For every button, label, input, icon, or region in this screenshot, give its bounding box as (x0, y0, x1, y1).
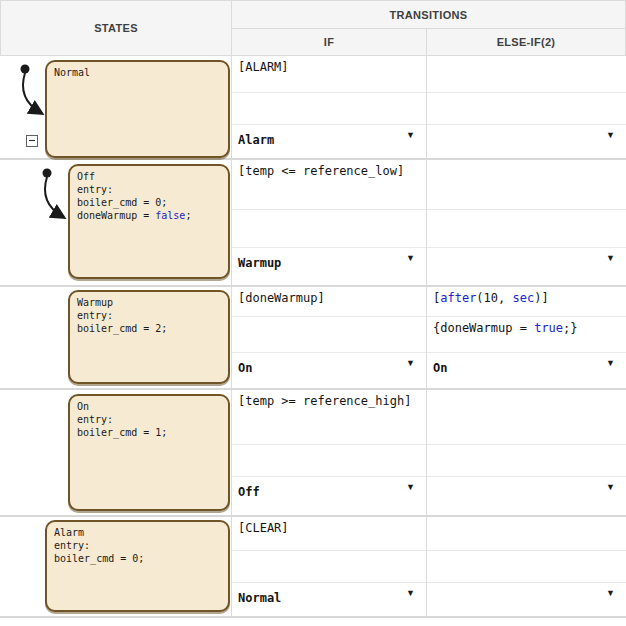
states-cell: Onentry:boiler_cmd = 1; (0, 390, 232, 515)
states-cell: Offentry:boiler_cmd = 0;doneWarmup = fal… (0, 160, 232, 285)
dropdown-caret-icon[interactable]: ▼ (606, 359, 615, 368)
dropdown-caret-icon[interactable]: ▼ (406, 254, 415, 263)
elseif-condition-cell[interactable] (427, 56, 626, 93)
state-box-alarm[interactable]: Alarmentry:boiler_cmd = 0; (45, 520, 230, 612)
table-row-normal: Normal [ALARM] Alarm ▼ ▼ (0, 56, 626, 160)
collapse-icon[interactable] (26, 135, 38, 147)
transitions-header: TRANSITIONS (231, 0, 626, 29)
states-cell: Normal (0, 56, 232, 158)
if-action-cell[interactable] (232, 93, 426, 125)
destination-label: Alarm (238, 133, 274, 147)
transition-table-grid: STATES TRANSITIONS IF ELSE-IF(2) Normal … (0, 0, 626, 618)
elseif-condition-cell[interactable] (427, 517, 626, 551)
if-transition-cells: [CLEAR] Normal ▼ (232, 517, 427, 616)
states-cell: Alarmentry:boiler_cmd = 0; (0, 517, 232, 616)
state-box-on[interactable]: Onentry:boiler_cmd = 1; (68, 394, 230, 511)
elseif-transition-cells: ▼ (427, 56, 626, 158)
elseif-action-cell[interactable] (427, 445, 626, 477)
elseif-transition-cells: ▼ (427, 517, 626, 616)
elseif-destination-dropdown[interactable]: ▼ (427, 125, 626, 158)
elseif-destination-dropdown[interactable]: ▼ (427, 477, 626, 515)
elseif-action-cell[interactable] (427, 210, 626, 248)
states-cell: Warmupentry:boiler_cmd = 2; (0, 287, 232, 388)
if-destination-dropdown[interactable]: Off ▼ (232, 477, 426, 515)
table-row-warmup: Warmupentry:boiler_cmd = 2; [doneWarmup]… (0, 287, 626, 390)
destination-label: On (433, 361, 447, 375)
elseif-condition-cell[interactable]: [after(10, sec)] (427, 287, 626, 317)
elseif-condition-cell[interactable] (427, 390, 626, 445)
elseif-transition-cells: ▼ (427, 160, 626, 285)
elseif-destination-dropdown[interactable]: On ▼ (427, 353, 626, 388)
state-box-warmup[interactable]: Warmupentry:boiler_cmd = 2; (68, 290, 230, 384)
dropdown-caret-icon[interactable]: ▼ (406, 131, 415, 140)
if-condition-cell[interactable]: [temp <= reference_low] (232, 160, 426, 210)
if-condition-cell[interactable]: [doneWarmup] (232, 287, 426, 317)
state-box-off[interactable]: Offentry:boiler_cmd = 0;doneWarmup = fal… (68, 164, 230, 279)
if-action-cell[interactable] (232, 445, 426, 477)
dropdown-caret-icon[interactable]: ▼ (406, 359, 415, 368)
if-destination-dropdown[interactable]: Warmup ▼ (232, 248, 426, 285)
destination-label: On (238, 361, 252, 375)
if-action-cell[interactable] (232, 317, 426, 353)
table-row-on: Onentry:boiler_cmd = 1; [temp >= referen… (0, 390, 626, 517)
if-condition-cell[interactable]: [ALARM] (232, 56, 426, 93)
dropdown-caret-icon[interactable]: ▼ (606, 254, 615, 263)
elseif-action-cell[interactable] (427, 93, 626, 125)
table-row-off: Offentry:boiler_cmd = 0;doneWarmup = fal… (0, 160, 626, 287)
if-destination-dropdown[interactable]: Normal ▼ (232, 583, 426, 616)
table-header: STATES TRANSITIONS IF ELSE-IF(2) (0, 0, 626, 56)
if-destination-dropdown[interactable]: Alarm ▼ (232, 125, 426, 158)
elseif-transition-cells: ▼ (427, 390, 626, 515)
elseif-destination-dropdown[interactable]: ▼ (427, 248, 626, 285)
state-box-normal[interactable]: Normal (45, 60, 230, 158)
if-transition-cells: [doneWarmup] On ▼ (232, 287, 427, 388)
table-body: Normal [ALARM] Alarm ▼ ▼ (0, 56, 626, 618)
destination-label: Off (238, 485, 260, 499)
if-condition-cell[interactable]: [temp >= reference_high] (232, 390, 426, 445)
state-transition-table: STATES TRANSITIONS IF ELSE-IF(2) Normal … (0, 0, 626, 626)
dropdown-caret-icon[interactable]: ▼ (606, 483, 615, 492)
if-transition-cells: [temp <= reference_low] Warmup ▼ (232, 160, 427, 285)
destination-label: Normal (238, 591, 281, 605)
if-destination-dropdown[interactable]: On ▼ (232, 353, 426, 388)
if-condition-cell[interactable]: [CLEAR] (232, 517, 426, 551)
elseif-action-cell[interactable]: {doneWarmup = true;} (427, 317, 626, 353)
elseif-condition-cell[interactable] (427, 160, 626, 210)
elseif-transition-cells: [after(10, sec)] {doneWarmup = true;} On… (427, 287, 626, 388)
elseif-column-header: ELSE-IF(2) (426, 28, 626, 56)
dropdown-caret-icon[interactable]: ▼ (606, 131, 615, 140)
if-column-header: IF (231, 28, 427, 56)
table-row-alarm: Alarmentry:boiler_cmd = 0; [CLEAR] Norma… (0, 517, 626, 618)
if-action-cell[interactable] (232, 551, 426, 583)
elseif-action-cell[interactable] (427, 551, 626, 583)
dropdown-caret-icon[interactable]: ▼ (406, 589, 415, 598)
dropdown-caret-icon[interactable]: ▼ (406, 483, 415, 492)
states-header: STATES (0, 0, 232, 56)
destination-label: Warmup (238, 256, 281, 270)
if-transition-cells: [temp >= reference_high] Off ▼ (232, 390, 427, 515)
if-transition-cells: [ALARM] Alarm ▼ (232, 56, 427, 158)
elseif-destination-dropdown[interactable]: ▼ (427, 583, 626, 616)
dropdown-caret-icon[interactable]: ▼ (606, 589, 615, 598)
if-action-cell[interactable] (232, 210, 426, 248)
